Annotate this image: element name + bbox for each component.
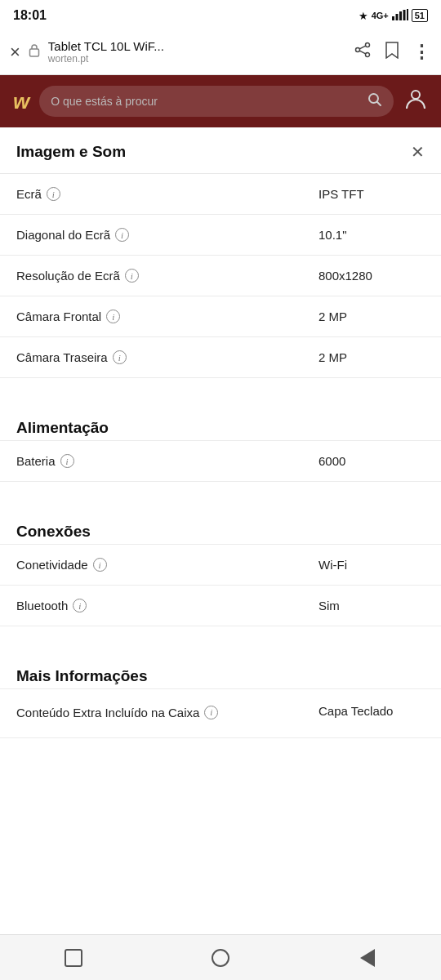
bateria-label-text: Bateria xyxy=(16,454,56,468)
spec-panel: Imagem e Som ✕ Ecrã i IPS TFT Diagonal d… xyxy=(0,127,441,795)
spec-label-conetividade: Conetividade i xyxy=(16,558,318,572)
home-icon xyxy=(212,949,229,967)
page-title: Tablet TCL 10L WiF... xyxy=(48,39,345,53)
camara-traseira-info-icon[interactable]: i xyxy=(113,350,127,364)
recents-icon xyxy=(65,949,82,967)
spec-label-camara-frontal: Câmara Frontal i xyxy=(16,310,318,323)
spec-panel-close-button[interactable]: ✕ xyxy=(411,142,425,162)
svg-rect-3 xyxy=(403,10,405,20)
gap-alimentacao xyxy=(0,378,441,404)
section-conexoes-header: Conexões xyxy=(0,508,441,544)
camara-traseira-label-text: Câmara Traseira xyxy=(16,350,108,364)
svg-line-12 xyxy=(377,102,381,105)
camara-frontal-info-icon[interactable]: i xyxy=(106,310,120,323)
spec-row-bateria: Bateria i 6000 xyxy=(0,440,441,482)
spec-row-diagonal: Diagonal do Ecrã i 10.1" xyxy=(0,215,441,256)
svg-point-6 xyxy=(366,43,370,47)
spec-label-camara-traseira: Câmara Traseira i xyxy=(16,350,318,364)
section-mais-info-header: Mais Informações xyxy=(0,653,441,688)
spec-value-camara-frontal: 2 MP xyxy=(318,310,425,323)
spec-row-camara-traseira: Câmara Traseira i 2 MP xyxy=(0,337,441,378)
browser-actions: ⋮ xyxy=(354,41,431,63)
bookmark-icon[interactable] xyxy=(385,41,399,63)
svg-rect-0 xyxy=(392,16,394,20)
status-time: 18:01 xyxy=(13,8,47,23)
resolucao-label-text: Resolução de Ecrã xyxy=(16,269,120,283)
menu-icon[interactable]: ⋮ xyxy=(412,42,431,63)
spec-row-ecra: Ecrã i IPS TFT xyxy=(0,174,441,215)
bluetooth-info-icon[interactable]: i xyxy=(73,599,87,612)
svg-rect-2 xyxy=(399,11,402,20)
conteudo-extra-info-icon[interactable]: i xyxy=(204,706,218,719)
svg-rect-4 xyxy=(407,9,408,20)
section-alimentacao-title: Alimentação xyxy=(16,419,109,437)
camara-frontal-label-text: Câmara Frontal xyxy=(16,310,101,323)
status-bar: 18:01 ★ 4G+ 51 xyxy=(0,0,441,29)
gap-mais-info xyxy=(0,626,441,653)
spec-label-resolucao: Resolução de Ecrã i xyxy=(16,269,318,283)
search-input[interactable] xyxy=(51,95,361,108)
signal-bars xyxy=(392,9,408,23)
spec-value-bateria: 6000 xyxy=(318,454,425,468)
spec-label-diagonal: Diagonal do Ecrã i xyxy=(16,228,318,242)
search-bar[interactable] xyxy=(39,86,394,117)
browser-title-area: Tablet TCL 10L WiF... worten.pt xyxy=(48,39,345,65)
spec-value-diagonal: 10.1" xyxy=(318,228,425,242)
svg-point-7 xyxy=(356,48,360,52)
spec-label-bluetooth: Bluetooth i xyxy=(16,599,318,612)
diagonal-label-text: Diagonal do Ecrã xyxy=(16,228,110,242)
ecra-label-text: Ecrã xyxy=(16,187,42,201)
section-conexoes-title: Conexões xyxy=(16,523,91,541)
bluetooth-label-text: Bluetooth xyxy=(16,599,68,612)
svg-point-8 xyxy=(366,53,370,57)
spec-value-camara-traseira: 2 MP xyxy=(318,350,425,364)
nav-back-button[interactable] xyxy=(351,942,384,974)
svg-rect-5 xyxy=(29,49,38,56)
spec-row-resolucao: Resolução de Ecrã i 800x1280 xyxy=(0,256,441,296)
spec-row-camara-frontal: Câmara Frontal i 2 MP xyxy=(0,296,441,337)
spec-value-conteudo-extra: Capa Teclado xyxy=(318,704,425,718)
lock-icon xyxy=(29,43,40,60)
browser-close-button[interactable]: × xyxy=(10,42,20,63)
conetividade-info-icon[interactable]: i xyxy=(93,558,107,572)
browser-bar: × Tablet TCL 10L WiF... worten.pt ⋮ xyxy=(0,29,441,75)
svg-point-13 xyxy=(412,91,420,99)
resolucao-info-icon[interactable]: i xyxy=(125,269,139,283)
search-icon xyxy=(368,92,382,110)
svg-rect-1 xyxy=(395,14,398,20)
spec-row-bluetooth: Bluetooth i Sim xyxy=(0,586,441,626)
status-icons: ★ 4G+ 51 xyxy=(359,9,428,23)
back-icon xyxy=(360,949,375,967)
spec-label-ecra: Ecrã i xyxy=(16,187,318,201)
page-url: worten.pt xyxy=(48,53,345,65)
ecra-info-icon[interactable]: i xyxy=(47,187,60,201)
spec-value-bluetooth: Sim xyxy=(318,599,425,612)
battery-indicator: 51 xyxy=(412,9,428,22)
nav-bar xyxy=(0,934,441,980)
svg-line-10 xyxy=(359,51,365,54)
spec-row-conteudo-extra: Conteúdo Extra Incluído na Caixa i Capa … xyxy=(0,688,441,738)
gap-conexoes xyxy=(0,482,441,508)
spec-label-conteudo-extra: Conteúdo Extra Incluído na Caixa i xyxy=(16,704,318,723)
bateria-info-icon[interactable]: i xyxy=(60,454,74,468)
section-mais-info-title: Mais Informações xyxy=(16,667,148,685)
nav-home-button[interactable] xyxy=(204,942,237,974)
conetividade-label-text: Conetividade xyxy=(16,558,88,572)
share-icon[interactable] xyxy=(354,41,372,63)
user-icon[interactable] xyxy=(403,87,428,117)
app-logo: w xyxy=(13,89,29,114)
svg-line-9 xyxy=(359,46,365,49)
conteudo-extra-label-text: Conteúdo Extra Incluído na Caixa xyxy=(16,704,199,723)
section-imagem-som-header: Imagem e Som ✕ xyxy=(0,127,441,174)
app-header: w xyxy=(0,75,441,127)
section-alimentacao-header: Alimentação xyxy=(0,404,441,440)
nav-recents-button[interactable] xyxy=(57,942,90,974)
spec-value-resolucao: 800x1280 xyxy=(318,269,425,283)
bluetooth-icon: ★ xyxy=(359,10,368,22)
diagonal-info-icon[interactable]: i xyxy=(115,228,129,242)
spec-value-conetividade: Wi-Fi xyxy=(318,558,425,572)
spec-label-bateria: Bateria i xyxy=(16,454,318,468)
spec-row-conetividade: Conetividade i Wi-Fi xyxy=(0,544,441,586)
spec-value-ecra: IPS TFT xyxy=(318,187,425,201)
network-type: 4G+ xyxy=(372,11,389,20)
